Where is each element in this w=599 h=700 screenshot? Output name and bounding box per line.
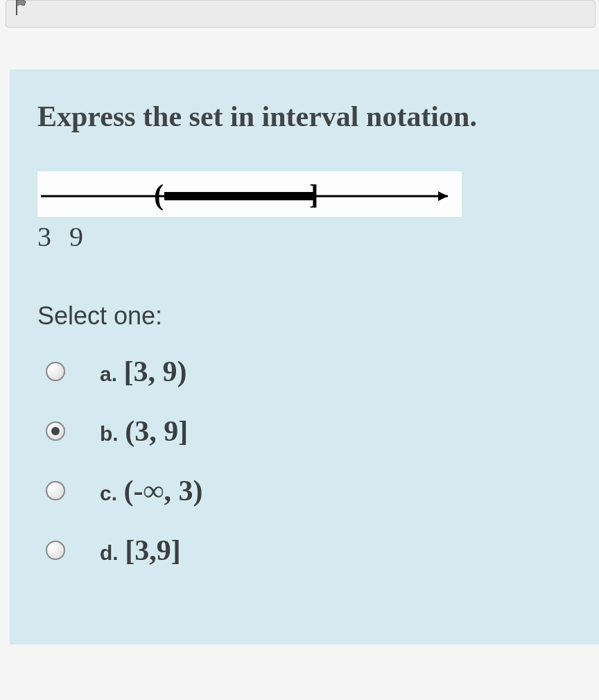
- svg-text:]: ]: [309, 179, 318, 210]
- number-line-diagram: ( ]: [37, 171, 462, 217]
- svg-marker-1: [438, 191, 448, 201]
- select-prompt: Select one:: [37, 301, 571, 331]
- radio-d[interactable]: [46, 541, 65, 560]
- option-b[interactable]: b. (3, 9]: [46, 414, 571, 448]
- option-d-label: d. [3,9]: [100, 534, 181, 567]
- option-c-label: c. (-∞, 3): [100, 474, 202, 507]
- top-bar: [6, 0, 596, 28]
- radio-a[interactable]: [46, 362, 65, 381]
- option-a[interactable]: a. [3, 9): [46, 355, 571, 388]
- radio-c[interactable]: [46, 481, 65, 500]
- svg-text:(: (: [154, 179, 164, 211]
- option-c[interactable]: c. (-∞, 3): [46, 474, 571, 507]
- question-panel: Express the set in interval notation. ( …: [10, 69, 599, 645]
- option-a-label: a. [3, 9): [100, 355, 187, 388]
- number-line-labels: 3 9: [37, 220, 571, 253]
- radio-b[interactable]: [46, 421, 65, 441]
- number-line-container: ( ] 3 9: [37, 171, 571, 253]
- option-b-label: b. (3, 9]: [100, 414, 188, 448]
- option-d[interactable]: d. [3,9]: [46, 534, 571, 567]
- options-list: a. [3, 9) b. (3, 9] c. (-∞, 3) d. [3,9]: [37, 355, 571, 567]
- question-title: Express the set in interval notation.: [37, 97, 571, 137]
- flag-icon: [13, 0, 34, 21]
